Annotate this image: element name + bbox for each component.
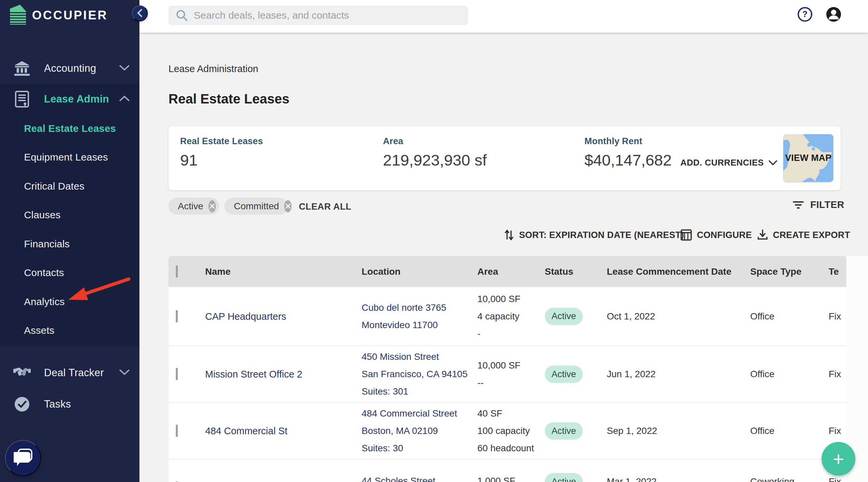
area-value: 219,923,930 sf: [383, 151, 487, 169]
contract-icon: [13, 91, 31, 108]
row-checkbox[interactable]: [176, 310, 178, 323]
sidebar-item-assets[interactable]: Assets: [24, 321, 134, 340]
sidebar: OCCUPIER Accounting: [0, 0, 140, 482]
tenure-cell: Fix: [829, 369, 841, 380]
tenure-cell: Fix: [829, 311, 841, 322]
status-badge: Active: [545, 473, 583, 482]
commencement-date-cell: Mar 1, 2022: [607, 476, 656, 482]
main-content: Lease Administration Real Estate Leases …: [140, 33, 868, 482]
sort-icon: [504, 229, 514, 241]
commencement-date-cell: Jun 1, 2022: [607, 369, 655, 380]
sidebar-item-tasks[interactable]: Tasks: [0, 390, 140, 418]
sidebar-item-label: Tasks: [44, 398, 71, 410]
sort-button[interactable]: SORT: EXPIRATION DATE (NEAREST): [502, 227, 686, 243]
status-badge: Active: [545, 422, 583, 440]
table-header-row: Name Location Area Status Lease Commence…: [168, 256, 846, 287]
create-export-label: CREATE EXPORT: [773, 230, 850, 240]
area-cell: 10,000 SF4 capacity-: [477, 291, 520, 342]
column-header-status[interactable]: Status: [545, 266, 574, 277]
brand-logo: OCCUPIER: [10, 5, 108, 26]
view-map-label: VIEW MAP: [783, 134, 833, 182]
topbar: ?: [140, 0, 868, 33]
sidebar-item-analytics[interactable]: Analytics: [24, 292, 134, 312]
column-header-location[interactable]: Location: [362, 266, 401, 277]
monthly-rent-label: Monthly Rent: [584, 136, 642, 147]
close-icon[interactable]: ✕: [284, 200, 291, 212]
global-search: [168, 6, 468, 25]
commencement-date-cell: Oct 1, 2022: [607, 311, 655, 322]
sidebar-item-clauses[interactable]: Clauses: [24, 205, 134, 225]
row-checkbox[interactable]: [176, 425, 178, 437]
user-menu-button[interactable]: [826, 7, 841, 22]
table-row[interactable]: Mission Street Office 2 450 Mission Stre…: [168, 346, 846, 403]
lease-name-link[interactable]: Mission Street Office 2: [205, 369, 302, 380]
sort-label: SORT: EXPIRATION DATE (NEAREST): [519, 230, 684, 240]
space-type-cell: Coworking: [750, 476, 794, 482]
space-type-cell: Office: [750, 369, 775, 380]
column-header-area[interactable]: Area: [477, 266, 498, 277]
configure-label: CONFIGURE: [697, 230, 752, 240]
sidebar-item-label: Accounting: [44, 62, 96, 74]
column-header-name[interactable]: Name: [205, 266, 230, 277]
column-header-space-type[interactable]: Space Type: [750, 266, 802, 277]
collapse-sidebar-button[interactable]: [132, 5, 148, 21]
column-header-tenure[interactable]: Te: [829, 266, 839, 277]
table-row[interactable]: WeWork Stamford 44 Scholes Street 1,000 …: [168, 460, 846, 482]
search-input[interactable]: [188, 10, 468, 21]
chevron-up-icon: [119, 95, 129, 103]
sidebar-item-contacts[interactable]: Contacts: [24, 263, 134, 283]
area-cell: 1,000 SF: [477, 472, 516, 482]
sidebar-item-deal-tracker[interactable]: Deal Tracker: [0, 359, 140, 387]
brand-name: OCCUPIER: [32, 8, 108, 22]
chat-launcher-button[interactable]: [5, 440, 41, 476]
status-badge: Active: [545, 308, 583, 325]
row-checkbox[interactable]: [176, 368, 178, 380]
monthly-rent-value: $40,147,682: [584, 151, 672, 169]
filter-label: FILTER: [810, 199, 844, 210]
table-row[interactable]: 484 Commercial St 484 Commercial StreetB…: [168, 403, 846, 460]
plus-icon: +: [833, 449, 844, 469]
table-row[interactable]: CAP Headquarters Cubo del norte 3765Mont…: [168, 287, 846, 346]
download-icon: [757, 229, 768, 241]
area-cell: 10,000 SF--: [477, 357, 520, 392]
area-cell: 40 SF100 capacity60 headcount: [477, 405, 534, 457]
configure-columns-icon: [681, 229, 692, 241]
chevron-down-icon: [769, 160, 777, 165]
clear-all-button[interactable]: CLEAR ALL: [297, 201, 353, 212]
chevron-left-icon: [137, 9, 143, 18]
filter-chip-committed[interactable]: Committed ✕: [224, 198, 288, 215]
handshake-icon: [13, 367, 31, 379]
chat-bubble-icon: [14, 449, 32, 468]
create-export-button[interactable]: CREATE EXPORT: [755, 227, 852, 243]
select-all-checkbox[interactable]: [176, 265, 178, 278]
location-cell: Cubo del norte 3765Montevideo 11700: [362, 299, 446, 334]
chip-label: Committed: [234, 201, 279, 212]
sidebar-item-label: Lease Admin: [44, 93, 109, 105]
sidebar-item-critical-dates[interactable]: Critical Dates: [24, 176, 134, 196]
sidebar-item-accounting[interactable]: Accounting: [0, 54, 140, 83]
lease-name-link[interactable]: CAP Headquarters: [205, 311, 286, 322]
location-cell: 484 Commercial StreetBoston, MA 02109Sui…: [362, 405, 457, 457]
sidebar-item-equipment-leases[interactable]: Equipment Leases: [24, 147, 134, 167]
area-label: Area: [383, 136, 403, 147]
filter-icon: [792, 201, 804, 209]
sidebar-item-financials[interactable]: Financials: [24, 234, 134, 254]
app-window: OCCUPIER Accounting: [0, 0, 868, 482]
lease-name-link[interactable]: 484 Commercial St: [205, 426, 287, 436]
leases-count-value: 91: [180, 151, 197, 169]
close-icon[interactable]: ✕: [209, 200, 216, 212]
configure-button[interactable]: CONFIGURE: [679, 227, 754, 243]
filter-button[interactable]: FILTER: [790, 199, 846, 211]
sidebar-item-real-estate-leases[interactable]: Real Estate Leases: [24, 119, 134, 139]
add-lease-fab[interactable]: +: [822, 442, 855, 476]
column-header-commencement-date[interactable]: Lease Commencement Date: [607, 266, 731, 277]
location-cell: 450 Mission StreetSan Francisco, CA 9410…: [362, 348, 468, 400]
tenure-cell: Fix: [829, 476, 841, 482]
leases-table: Name Location Area Status Lease Commence…: [168, 256, 846, 482]
help-button[interactable]: ?: [797, 7, 813, 22]
add-currencies-dropdown[interactable]: ADD. CURRENCIES: [678, 157, 779, 168]
filter-chip-active[interactable]: Active ✕: [168, 198, 219, 215]
sidebar-item-lease-admin[interactable]: Lease Admin: [0, 85, 140, 113]
view-map-button[interactable]: VIEW MAP: [783, 134, 833, 182]
tenure-cell: Fix: [829, 426, 841, 436]
